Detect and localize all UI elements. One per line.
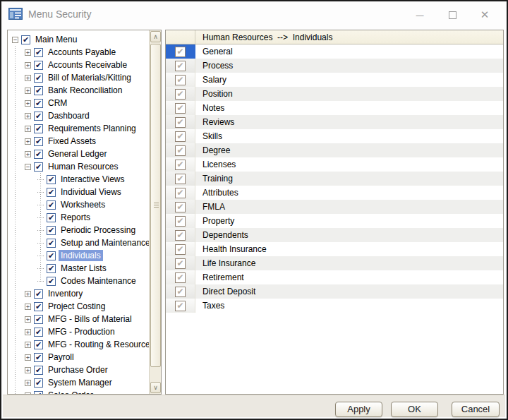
tree-label-sales-order[interactable]: Sales Order (46, 390, 95, 394)
expand-icon[interactable]: + (25, 392, 31, 395)
detail-checkbox-cell[interactable]: ✔ (166, 157, 195, 172)
tree-item-mfg-routing-resources[interactable]: +✔MFG - Routing & Resources (8, 338, 149, 351)
tree-checkbox-inventory[interactable]: ✔ (34, 289, 43, 299)
tree-checkbox-accounts-receivable[interactable]: ✔ (34, 61, 43, 70)
expand-icon[interactable]: + (25, 113, 31, 119)
detail-checkbox-cell[interactable]: ✔ (166, 59, 195, 73)
cancel-button[interactable]: Cancel (452, 402, 500, 417)
detail-row-position[interactable]: ✔Position (166, 87, 503, 101)
detail-checkbox-cell[interactable]: ✔ (166, 242, 195, 256)
tree-checkbox-general-ledger[interactable]: ✔ (34, 150, 43, 159)
detail-checkbox-dependents[interactable]: ✔ (175, 230, 186, 241)
tree-label-human-resources[interactable]: Human Resources (46, 161, 120, 172)
detail-checkbox-degree[interactable]: ✔ (175, 145, 186, 156)
tree-scrollbar[interactable]: ∧ ∨ (149, 30, 161, 394)
detail-checkbox-cell[interactable]: ✔ (166, 228, 195, 242)
tree-label-worksheets[interactable]: Worksheets (59, 199, 107, 210)
tree-label-dashboard[interactable]: Dashboard (46, 110, 92, 121)
detail-checkbox-taxes[interactable]: ✔ (175, 301, 186, 311)
expand-icon[interactable]: + (25, 354, 31, 361)
detail-checkbox-general[interactable]: ✔ (175, 47, 186, 57)
tree-item-fixed-assets[interactable]: +✔Fixed Assets (8, 135, 149, 148)
tree-item-requirements-planning[interactable]: +✔Requirements Planning (8, 122, 149, 135)
detail-row-attributes[interactable]: ✔Attributes (166, 186, 503, 200)
detail-checkbox-cell[interactable]: ✔ (166, 44, 195, 59)
tree-label-interactive-views[interactable]: Interactive Views (59, 174, 127, 185)
tree-item-individual-views[interactable]: ✔Individual Views (8, 186, 149, 198)
tree-item-system-manager[interactable]: +✔System Manager (8, 376, 149, 389)
tree-checkbox-bank-reconciliation[interactable]: ✔ (34, 86, 43, 95)
detail-checkbox-notes[interactable]: ✔ (175, 103, 186, 114)
tree-label-general-ledger[interactable]: General Ledger (46, 148, 109, 160)
tree-checkbox-crm[interactable]: ✔ (34, 99, 43, 108)
tree-checkbox-requirements-planning[interactable]: ✔ (34, 124, 43, 133)
tree-label-main-menu[interactable]: Main Menu (33, 34, 79, 45)
expand-icon[interactable]: + (25, 88, 31, 94)
detail-checkbox-cell[interactable]: ✔ (166, 284, 195, 299)
expand-icon[interactable]: + (25, 316, 31, 323)
tree-checkbox-mfg-bills-of-material[interactable]: ✔ (34, 315, 43, 324)
tree-item-accounts-payable[interactable]: +✔Accounts Payable (8, 46, 149, 59)
detail-row-licenses[interactable]: ✔Licenses (166, 157, 503, 172)
tree-checkbox-periodic-processing[interactable]: ✔ (47, 226, 56, 235)
tree-item-project-costing[interactable]: +✔Project Costing (8, 300, 149, 313)
detail-row-degree[interactable]: ✔Degree (166, 143, 503, 157)
detail-row-fmla[interactable]: ✔FMLA (166, 200, 503, 214)
detail-row-direct-deposit[interactable]: ✔Direct Deposit (166, 284, 503, 299)
tree-checkbox-purchase-order[interactable]: ✔ (34, 366, 43, 375)
tree-checkbox-main-menu[interactable]: ✔ (21, 35, 30, 44)
tree-checkbox-accounts-payable[interactable]: ✔ (34, 48, 43, 57)
tree-item-inventory[interactable]: +✔Inventory (8, 287, 149, 300)
detail-checkbox-cell[interactable]: ✔ (166, 270, 195, 284)
detail-row-process[interactable]: ✔Process (166, 59, 503, 73)
tree-checkbox-dashboard[interactable]: ✔ (34, 112, 43, 121)
expand-icon[interactable]: + (25, 75, 31, 81)
ok-button[interactable]: OK (391, 402, 438, 417)
tree-item-interactive-views[interactable]: ✔Interactive Views (8, 173, 149, 186)
tree-item-setup-and-maintenance[interactable]: ✔Setup and Maintenance (8, 236, 149, 249)
detail-row-health-insurance[interactable]: ✔Health Insurance (166, 242, 503, 256)
tree-item-sales-order[interactable]: +✔Sales Order (8, 389, 149, 394)
expand-icon[interactable]: + (25, 304, 31, 310)
detail-checkbox-cell[interactable]: ✔ (166, 115, 195, 129)
tree-checkbox-mfg-production[interactable]: ✔ (34, 328, 43, 337)
detail-checkbox-fmla[interactable]: ✔ (175, 202, 186, 212)
detail-checkbox-life-insurance[interactable]: ✔ (175, 258, 186, 269)
tree-label-periodic-processing[interactable]: Periodic Processing (59, 224, 138, 236)
detail-checkbox-cell[interactable]: ✔ (166, 87, 195, 101)
tree-label-fixed-assets[interactable]: Fixed Assets (46, 136, 98, 147)
expand-icon[interactable]: + (25, 100, 31, 107)
detail-row-training[interactable]: ✔Training (166, 172, 503, 186)
detail-checkbox-licenses[interactable]: ✔ (175, 160, 186, 170)
expand-icon[interactable]: + (25, 380, 31, 386)
detail-checkbox-cell[interactable]: ✔ (166, 186, 195, 200)
detail-row-general[interactable]: ✔General (166, 44, 503, 59)
tree-item-worksheets[interactable]: ✔Worksheets (8, 198, 149, 211)
tree-label-inventory[interactable]: Inventory (46, 288, 85, 299)
tree-checkbox-payroll[interactable]: ✔ (34, 353, 43, 362)
tree-checkbox-fixed-assets[interactable]: ✔ (34, 137, 43, 146)
expand-icon[interactable]: + (25, 126, 31, 132)
tree-label-setup-and-maintenance[interactable]: Setup and Maintenance (59, 237, 149, 248)
expand-icon[interactable]: + (25, 151, 31, 157)
tree-checkbox-mfg-routing-resources[interactable]: ✔ (34, 340, 43, 349)
tree-label-project-costing[interactable]: Project Costing (46, 301, 107, 312)
tree-checkbox-interactive-views[interactable]: ✔ (47, 175, 56, 184)
detail-row-skills[interactable]: ✔Skills (166, 129, 503, 143)
tree-checkbox-setup-and-maintenance[interactable]: ✔ (47, 239, 56, 248)
tree-item-crm[interactable]: +✔CRM (8, 97, 149, 109)
tree-checkbox-codes-maintenance[interactable]: ✔ (47, 277, 56, 286)
expand-icon[interactable]: + (25, 138, 31, 145)
detail-checkbox-property[interactable]: ✔ (175, 216, 186, 227)
tree-checkbox-sales-order[interactable]: ✔ (34, 391, 43, 395)
detail-checkbox-training[interactable]: ✔ (175, 174, 186, 184)
tree-label-payroll[interactable]: Payroll (46, 352, 76, 363)
tree-item-individuals[interactable]: ✔Individuals (8, 249, 149, 262)
detail-row-dependents[interactable]: ✔Dependents (166, 228, 503, 242)
detail-checkbox-cell[interactable]: ✔ (166, 101, 195, 115)
expand-icon[interactable]: + (25, 329, 31, 335)
tree-checkbox-worksheets[interactable]: ✔ (47, 200, 56, 210)
detail-row-salary[interactable]: ✔Salary (166, 73, 503, 87)
tree-item-main-menu[interactable]: −✔Main Menu (8, 33, 149, 46)
tree-item-mfg-production[interactable]: +✔MFG - Production (8, 325, 149, 338)
